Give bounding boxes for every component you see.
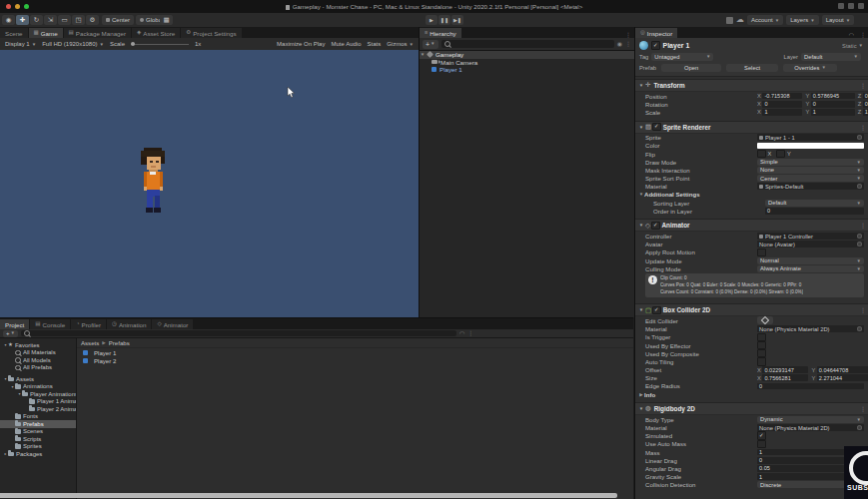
stats-toggle[interactable]: Stats — [368, 41, 382, 47]
component-menu-icon[interactable]: ⋮ — [860, 405, 866, 412]
box-collider-2d-edge-radius-field[interactable]: 0 — [757, 383, 864, 390]
tree-item-sprites[interactable]: Sprites — [0, 443, 76, 451]
sprite-renderer-sorting-layer-dropdown[interactable]: Default▼ — [765, 200, 864, 207]
sprite-renderer-flip-x-checkbox[interactable] — [757, 150, 766, 159]
animator-update-mode-dropdown[interactable]: Normal▼ — [757, 257, 864, 264]
tab-hierarchy[interactable]: ≡Hierarchy — [420, 28, 461, 38]
foldout-arrow-icon[interactable]: ▼ — [638, 307, 644, 312]
animator-culling-mode-dropdown[interactable]: Always Animate▼ — [757, 265, 864, 272]
pivot-toggle-button[interactable]: Center — [102, 15, 134, 25]
prefab-open-button[interactable]: Open — [661, 64, 721, 72]
eye-toggle-icon[interactable]: ◉ — [617, 41, 622, 47]
box-collider-2d-edit-collider-button[interactable] — [757, 316, 773, 324]
object-picker-icon[interactable] — [857, 135, 862, 140]
gameobject-enabled-checkbox[interactable]: ✓ — [651, 41, 660, 50]
view-tool[interactable]: ◉ — [2, 15, 15, 25]
transform-position-x-field[interactable]: -0.715308 — [762, 93, 802, 100]
tree-item-favorites[interactable]: ▾★Favorites — [0, 341, 76, 349]
rigidbody-2d-use-auto-mass-checkbox[interactable] — [757, 440, 766, 449]
box-collider-2d-material-object-field[interactable]: None (Physics Material 2D) — [757, 325, 864, 332]
game-viewport[interactable] — [0, 50, 419, 317]
box-collider-2d-enabled-checkbox[interactable]: ✓ — [652, 306, 661, 315]
tree-item-scripts[interactable]: Scripts — [0, 435, 76, 443]
component-menu-icon[interactable]: ⋮ — [860, 306, 866, 313]
create-object-button[interactable]: +▼ — [423, 40, 438, 49]
panel-menu-icon[interactable]: ⋮ — [467, 330, 473, 336]
foldout-arrow-icon[interactable]: ▼ — [638, 83, 644, 88]
breadcrumb-assets[interactable]: Assets — [81, 339, 99, 346]
foldout-arrow-icon[interactable]: ▼ — [638, 223, 644, 228]
component-header-transform[interactable]: ▼✛Transform⋮ — [635, 79, 868, 92]
status-icon[interactable] — [848, 3, 854, 9]
sprite-renderer-draw-mode-dropdown[interactable]: Simple▼ — [757, 159, 864, 166]
transform-rotation-y-field[interactable]: 0 — [811, 101, 855, 108]
bottom-tab-animator[interactable]: ◇Animator — [152, 319, 193, 329]
animator-enabled-checkbox[interactable]: ✓ — [651, 222, 660, 231]
view-tab-game[interactable]: ▦Game — [29, 28, 63, 38]
tree-item-player-2-animations[interactable]: Player 2 Animations — [0, 405, 76, 413]
transform-scale-y-field[interactable]: 1 — [811, 109, 855, 116]
box-collider-2d-size-x-field[interactable]: 0.7566281 — [762, 374, 808, 381]
custom-tool[interactable]: ⚙ — [86, 15, 99, 25]
layers-dropdown[interactable]: Layers▼ — [786, 15, 818, 25]
object-picker-icon[interactable] — [857, 242, 862, 247]
component-menu-icon[interactable]: ⋮ — [860, 222, 866, 229]
tree-item-assets[interactable]: ▾Assets — [0, 375, 76, 383]
animator-controller-object-field[interactable]: Player 1 Controller — [757, 233, 864, 240]
cloud-icon[interactable]: ☁ — [736, 16, 744, 24]
transform-scale-x-field[interactable]: 1 — [762, 109, 802, 116]
rigidbody-2d-material-object-field[interactable]: None (Physics Material 2D) — [757, 424, 864, 431]
play-button[interactable]: ▶ — [426, 15, 437, 25]
panel-menu-icon[interactable]: ⋮ — [622, 31, 634, 38]
grid-snapping-button[interactable]: ▦ — [160, 15, 173, 25]
transform-rotation-z-field[interactable]: 0 — [863, 101, 868, 108]
transform-position-y-field[interactable]: 0.5786945 — [811, 93, 855, 100]
create-asset-button[interactable]: +▼ — [3, 330, 18, 337]
rect-tool[interactable]: ▭ — [58, 15, 71, 25]
sprite-renderer-flip-y-checkbox[interactable] — [776, 150, 785, 159]
asset-item-player-2[interactable]: Player 2 — [77, 356, 633, 364]
component-menu-icon[interactable]: ⋮ — [860, 82, 866, 89]
object-picker-icon[interactable] — [857, 425, 862, 430]
status-icon[interactable] — [838, 3, 844, 9]
prefab-select-button[interactable]: Select — [726, 64, 778, 72]
transform-position-z-field[interactable]: 0 — [863, 93, 868, 100]
sprite-renderer-order-in-layer-field[interactable]: 0 — [765, 208, 864, 215]
rotate-tool[interactable]: ↻ — [30, 15, 43, 25]
display-dropdown[interactable]: Display 1▼ — [5, 41, 36, 47]
hierarchy-scene-row[interactable]: ▼Gameplay — [420, 51, 634, 59]
component-header-sprite-renderer[interactable]: ▼▨✓Sprite Renderer⋮ — [635, 121, 868, 134]
sprite-renderer-sprite-object-field[interactable]: Player 1 - 1 — [757, 134, 864, 141]
tree-item-prefabs[interactable]: Prefabs — [0, 420, 76, 428]
prefab-overrides-dropdown[interactable]: Overrides▼ — [783, 64, 837, 72]
asset-item-player-1[interactable]: Player 1 — [77, 348, 633, 356]
component-menu-icon[interactable]: ⋮ — [860, 124, 866, 131]
view-tab-project-settings[interactable]: ⚙Project Settings — [181, 28, 241, 38]
tree-item-player-1-animations[interactable]: Player 1 Animations — [0, 398, 76, 406]
object-picker-icon[interactable] — [857, 326, 862, 331]
foldout-arrow-icon[interactable]: ▼ — [638, 406, 644, 411]
box-collider-2d-offset-x-field[interactable]: 0.02293147 — [762, 366, 808, 373]
tree-item-all-materials[interactable]: All Materials — [0, 349, 76, 357]
transform-tool[interactable]: ◳ — [72, 15, 85, 25]
tab-inspector[interactable]: ◎Inspector — [635, 28, 677, 38]
tree-item-all-prefabs[interactable]: All Prefabs — [0, 364, 76, 372]
tree-item-player-animations[interactable]: ▾Player Animations — [0, 390, 76, 398]
view-tab-asset-store[interactable]: ◈Asset Store — [132, 28, 180, 38]
status-icon[interactable] — [858, 3, 864, 9]
static-toggle[interactable]: Static▼ — [842, 43, 865, 49]
gizmos-dropdown[interactable]: Gizmos▼ — [387, 41, 414, 47]
box-collider-2d-offset-y-field[interactable]: 0.04644708 — [817, 366, 868, 373]
transform-scale-z-field[interactable]: 1 — [863, 109, 868, 116]
scale-slider[interactable] — [131, 44, 189, 45]
animator-apply-root-motion-checkbox[interactable] — [757, 249, 766, 257]
bottom-tab-console[interactable]: ▤Console — [30, 319, 70, 329]
hierarchy-item-main-camera[interactable]: Main Camera — [420, 59, 634, 67]
mute-audio-toggle[interactable]: Mute Audio — [331, 41, 361, 47]
object-picker-icon[interactable] — [857, 184, 862, 189]
sprite-renderer-sprite-sort-point-dropdown[interactable]: Center▼ — [757, 175, 864, 182]
tree-item-scenes[interactable]: Scenes — [0, 428, 76, 436]
view-tab-scene[interactable]: Scene — [0, 28, 28, 38]
tree-item-all-models[interactable]: All Models — [0, 356, 76, 364]
bottom-tab-project[interactable]: Project — [0, 319, 29, 329]
